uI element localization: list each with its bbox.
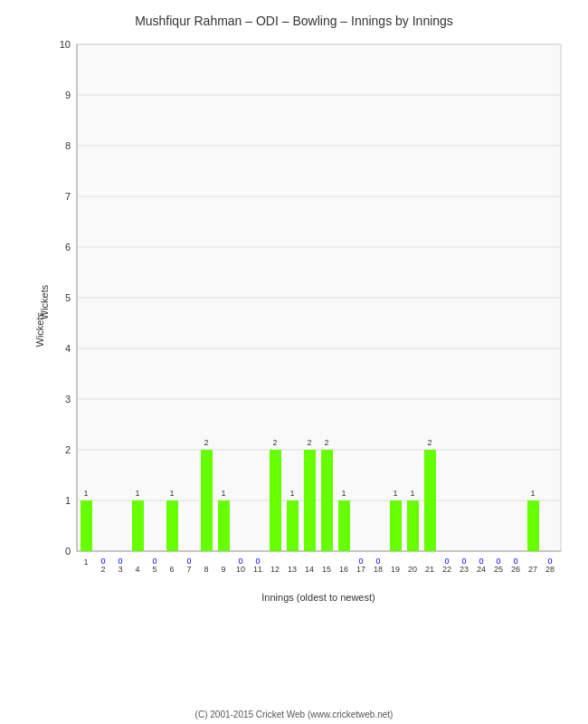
svg-text:27: 27 xyxy=(528,565,537,574)
svg-text:Innings (oldest to newest): Innings (oldest to newest) xyxy=(261,592,375,603)
svg-text:13: 13 xyxy=(288,565,297,574)
svg-text:10: 10 xyxy=(236,565,245,574)
svg-text:10: 10 xyxy=(60,39,71,50)
svg-text:2: 2 xyxy=(204,438,208,447)
svg-text:2: 2 xyxy=(307,438,311,447)
bar-20 xyxy=(407,500,419,551)
svg-text:26: 26 xyxy=(511,565,520,574)
svg-text:1: 1 xyxy=(135,489,139,498)
bar-15 xyxy=(321,450,333,551)
svg-text:1: 1 xyxy=(289,489,294,498)
bar-14 xyxy=(304,450,316,551)
svg-text:1: 1 xyxy=(169,489,174,498)
bar-21 xyxy=(424,450,436,551)
bar-6 xyxy=(166,500,178,551)
svg-text:28: 28 xyxy=(545,565,555,574)
bar-4 xyxy=(132,500,144,551)
svg-text:2: 2 xyxy=(324,438,328,447)
svg-text:2: 2 xyxy=(100,565,105,574)
svg-text:21: 21 xyxy=(425,565,434,574)
svg-text:25: 25 xyxy=(494,565,503,574)
bar-16 xyxy=(338,500,350,551)
svg-text:9: 9 xyxy=(221,565,225,574)
bar-19 xyxy=(390,500,402,551)
svg-text:2: 2 xyxy=(65,444,71,455)
svg-text:3: 3 xyxy=(118,565,122,574)
svg-text:1: 1 xyxy=(530,489,535,498)
svg-text:7: 7 xyxy=(186,565,191,574)
svg-text:9: 9 xyxy=(65,90,71,100)
bar-9 xyxy=(218,500,230,551)
svg-text:6: 6 xyxy=(169,565,174,574)
copyright-text: (C) 2001-2015 Cricket Web (www.cricketwe… xyxy=(0,710,588,719)
svg-text:7: 7 xyxy=(65,191,71,202)
svg-text:22: 22 xyxy=(442,565,451,574)
bar-8 xyxy=(201,450,213,551)
svg-text:1: 1 xyxy=(393,489,397,498)
svg-text:1: 1 xyxy=(341,489,346,498)
bar-12 xyxy=(270,450,281,551)
svg-text:20: 20 xyxy=(408,565,417,574)
svg-text:2: 2 xyxy=(427,438,432,447)
svg-text:12: 12 xyxy=(270,565,280,574)
bar-27 xyxy=(527,500,539,551)
svg-text:19: 19 xyxy=(391,565,400,574)
svg-text:23: 23 xyxy=(460,565,469,574)
svg-text:16: 16 xyxy=(339,565,348,574)
svg-text:Wickets: Wickets xyxy=(41,284,50,319)
svg-text:0: 0 xyxy=(65,546,71,557)
svg-text:1: 1 xyxy=(410,489,414,498)
svg-text:8: 8 xyxy=(204,565,208,574)
svg-text:1: 1 xyxy=(83,557,88,567)
svg-text:11: 11 xyxy=(253,565,262,574)
svg-text:3: 3 xyxy=(65,394,71,405)
svg-text:1: 1 xyxy=(65,495,71,506)
svg-text:17: 17 xyxy=(356,565,365,574)
svg-text:1: 1 xyxy=(83,489,88,498)
bar-1 xyxy=(81,500,92,551)
chart-svg: 10 9 8 7 6 5 4 xyxy=(41,35,574,624)
svg-text:5: 5 xyxy=(152,565,156,574)
svg-text:24: 24 xyxy=(477,565,486,574)
bar-13 xyxy=(287,500,299,551)
svg-text:2: 2 xyxy=(272,438,277,447)
svg-text:1: 1 xyxy=(221,489,225,498)
chart-container: Mushfiqur Rahman – ODI – Bowling – Innin… xyxy=(0,0,588,724)
svg-text:18: 18 xyxy=(374,565,383,574)
svg-text:6: 6 xyxy=(65,242,71,252)
svg-text:15: 15 xyxy=(322,565,331,574)
svg-text:5: 5 xyxy=(65,292,71,303)
chart-title: Mushfiqur Rahman – ODI – Bowling – Innin… xyxy=(9,9,579,28)
svg-text:4: 4 xyxy=(65,343,71,354)
svg-text:14: 14 xyxy=(305,565,314,574)
svg-text:8: 8 xyxy=(65,140,71,151)
svg-text:4: 4 xyxy=(135,565,139,574)
